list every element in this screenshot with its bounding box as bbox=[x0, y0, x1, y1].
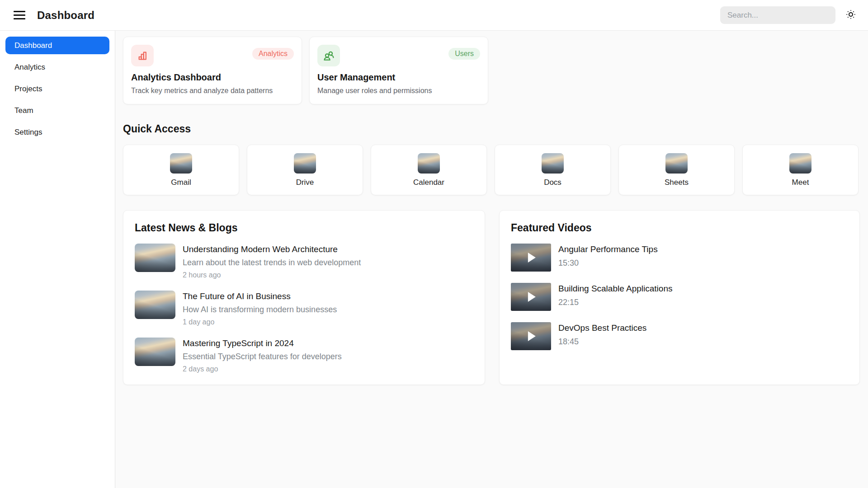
theme-toggle-button[interactable] bbox=[845, 9, 856, 21]
videos-panel: Featured Videos Angular Performance Tips… bbox=[499, 210, 860, 385]
video-thumbnail bbox=[511, 283, 551, 311]
sidebar: Dashboard Analytics Projects Team Settin… bbox=[0, 31, 115, 488]
quick-access-docs[interactable]: Docs bbox=[495, 145, 611, 195]
news-thumbnail bbox=[135, 338, 175, 366]
sun-icon bbox=[845, 9, 856, 21]
sheets-thumbnail bbox=[665, 153, 688, 174]
video-item[interactable]: Building Scalable Applications 22:15 bbox=[511, 283, 848, 311]
user-management-card[interactable]: Users User Management Manage user roles … bbox=[309, 37, 488, 104]
sidebar-item-dashboard[interactable]: Dashboard bbox=[5, 37, 109, 54]
quick-access-drive[interactable]: Drive bbox=[247, 145, 363, 195]
video-duration: 15:30 bbox=[558, 258, 658, 268]
news-description: How AI is transforming modern businesses bbox=[183, 305, 337, 314]
card-title: User Management bbox=[317, 72, 480, 83]
gmail-thumbnail bbox=[170, 153, 192, 174]
news-panel: Latest News & Blogs Understanding Modern… bbox=[123, 210, 485, 385]
docs-thumbnail bbox=[542, 153, 564, 174]
sidebar-item-team[interactable]: Team bbox=[5, 102, 109, 119]
sidebar-item-settings[interactable]: Settings bbox=[5, 123, 109, 141]
quick-access-meet[interactable]: Meet bbox=[742, 145, 859, 195]
news-thumbnail bbox=[135, 291, 175, 319]
users-icon bbox=[317, 45, 340, 66]
sidebar-item-projects[interactable]: Projects bbox=[5, 80, 109, 98]
news-timestamp: 1 day ago bbox=[183, 318, 337, 326]
search-input[interactable] bbox=[720, 6, 835, 24]
video-thumbnail bbox=[511, 322, 551, 350]
users-badge: Users bbox=[448, 48, 480, 60]
news-title: The Future of AI in Business bbox=[183, 291, 337, 301]
news-heading: Latest News & Blogs bbox=[135, 222, 473, 234]
quick-access-label: Drive bbox=[296, 178, 314, 187]
card-description: Track key metrics and analyze data patte… bbox=[131, 87, 294, 95]
analytics-badge: Analytics bbox=[252, 48, 294, 60]
video-item[interactable]: DevOps Best Practices 18:45 bbox=[511, 322, 848, 350]
quick-access-label: Sheets bbox=[665, 178, 689, 187]
news-description: Essential TypeScript features for develo… bbox=[183, 352, 342, 361]
main-content: Analytics Analytics Dashboard Track key … bbox=[115, 31, 868, 488]
header-actions bbox=[720, 6, 856, 24]
play-icon bbox=[528, 292, 535, 302]
quick-access-label: Gmail bbox=[171, 178, 191, 187]
sidebar-item-analytics[interactable]: Analytics bbox=[5, 58, 109, 76]
video-title: DevOps Best Practices bbox=[558, 323, 646, 333]
quick-access-calendar[interactable]: Calendar bbox=[371, 145, 487, 195]
videos-heading: Featured Videos bbox=[511, 222, 848, 234]
news-thumbnail bbox=[135, 244, 175, 272]
page-title: Dashboard bbox=[37, 9, 94, 22]
menu-icon[interactable] bbox=[14, 11, 25, 19]
news-description: Learn about the latest trends in web dev… bbox=[183, 258, 361, 267]
feature-cards-row: Analytics Analytics Dashboard Track key … bbox=[123, 37, 860, 104]
quick-access-label: Calendar bbox=[413, 178, 444, 187]
quick-access-gmail[interactable]: Gmail bbox=[123, 145, 239, 195]
card-description: Manage user roles and permissions bbox=[317, 87, 480, 95]
calendar-thumbnail bbox=[418, 153, 440, 174]
news-item[interactable]: Understanding Modern Web Architecture Le… bbox=[135, 244, 473, 279]
news-item[interactable]: The Future of AI in Business How AI is t… bbox=[135, 291, 473, 326]
play-icon bbox=[528, 331, 535, 341]
quick-access-row: Gmail Drive Calendar Docs Sheets Meet bbox=[123, 145, 860, 195]
analytics-dashboard-card[interactable]: Analytics Analytics Dashboard Track key … bbox=[123, 37, 302, 104]
quick-access-sheets[interactable]: Sheets bbox=[618, 145, 735, 195]
drive-thumbnail bbox=[294, 153, 316, 174]
video-duration: 18:45 bbox=[558, 337, 646, 347]
video-item[interactable]: Angular Performance Tips 15:30 bbox=[511, 244, 848, 272]
video-title: Angular Performance Tips bbox=[558, 244, 658, 254]
video-title: Building Scalable Applications bbox=[558, 284, 672, 294]
news-title: Understanding Modern Web Architecture bbox=[183, 244, 361, 254]
news-item[interactable]: Mastering TypeScript in 2024 Essential T… bbox=[135, 338, 473, 373]
quick-access-label: Docs bbox=[544, 178, 561, 187]
card-title: Analytics Dashboard bbox=[131, 72, 294, 83]
quick-access-label: Meet bbox=[792, 178, 809, 187]
bottom-panels-row: Latest News & Blogs Understanding Modern… bbox=[123, 210, 860, 385]
news-title: Mastering TypeScript in 2024 bbox=[183, 338, 342, 348]
quick-access-heading: Quick Access bbox=[123, 123, 860, 135]
bar-chart-icon bbox=[131, 45, 154, 66]
app-header: Dashboard bbox=[0, 0, 868, 31]
meet-thumbnail bbox=[789, 153, 811, 174]
play-icon bbox=[528, 253, 535, 263]
video-duration: 22:15 bbox=[558, 298, 672, 307]
news-timestamp: 2 hours ago bbox=[183, 271, 361, 279]
news-timestamp: 2 days ago bbox=[183, 365, 342, 373]
video-thumbnail bbox=[511, 244, 551, 272]
